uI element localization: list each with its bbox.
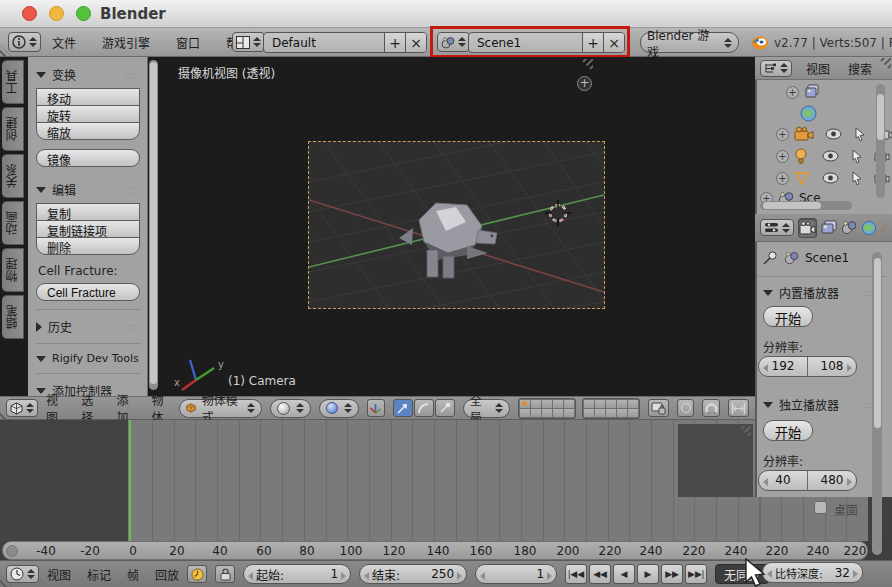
snap-button[interactable]: [702, 399, 720, 417]
corner-resize-grip[interactable]: [580, 59, 593, 72]
render-engine-dropdown[interactable]: Blender 游戏: [640, 32, 739, 53]
desktop-checkbox[interactable]: [814, 501, 827, 514]
tab-scene[interactable]: [841, 218, 857, 238]
scale-manipulator-button[interactable]: [435, 399, 455, 417]
visibility-eye-icon[interactable]: [822, 150, 839, 162]
mirror-button[interactable]: 镜像: [36, 149, 140, 167]
timeline-menu-item[interactable]: 视图: [47, 566, 71, 583]
stepper-arrows-icon[interactable]: [27, 569, 35, 579]
add-scene-button[interactable]: +: [582, 33, 603, 52]
playback-button[interactable]: ▶: [637, 564, 659, 584]
panel-header-embedded-player[interactable]: 内置播放器 ::::: [763, 284, 881, 301]
proportional-edit-button[interactable]: [677, 399, 695, 417]
viewport-shading-dropdown[interactable]: [270, 399, 311, 418]
panel-drag-dots-icon[interactable]: ::::: [125, 185, 141, 195]
outliner-vscrollbar[interactable]: [876, 84, 885, 198]
corner-resize-grip[interactable]: [738, 426, 751, 439]
timeline-menu-item[interactable]: 标记: [87, 566, 111, 583]
properties-vscrollbar[interactable]: [872, 252, 882, 555]
expand-icon[interactable]: +: [776, 128, 789, 141]
panel-drag-dots-icon[interactable]: ::::: [125, 70, 141, 80]
lock-button[interactable]: [215, 565, 235, 583]
screen-layout-field[interactable]: Default + ×: [263, 32, 427, 53]
infobar-menu-item[interactable]: 文件: [52, 34, 76, 51]
manipulator-toggle-button[interactable]: [367, 399, 385, 417]
visibility-eye-icon[interactable]: [825, 128, 842, 140]
outliner-row-mesh[interactable]: +: [776, 168, 890, 188]
pivot-point-dropdown[interactable]: [319, 399, 359, 418]
expand-icon[interactable]: +: [776, 172, 789, 185]
current-frame-line[interactable]: [128, 420, 132, 541]
time-toggle-button[interactable]: [187, 565, 207, 583]
render-clamp-button[interactable]: [728, 399, 749, 417]
playback-button[interactable]: ▶▶: [661, 564, 683, 584]
scene-selector[interactable]: [437, 32, 470, 52]
infobar-menu-item[interactable]: 游戏引擎: [102, 34, 150, 51]
panel-drag-dots-icon[interactable]: ::::: [125, 322, 141, 332]
embedded-res-x[interactable]: 192: [759, 357, 808, 376]
outliner-row-camera[interactable]: +: [776, 124, 892, 144]
panel-header-standalone-player[interactable]: 独立播放器 ::::: [763, 396, 881, 413]
bit-depth-field[interactable]: 比特深度: 32: [762, 562, 863, 583]
editor-type-selector-properties[interactable]: [760, 219, 794, 236]
rotate-manipulator-button[interactable]: [414, 399, 434, 417]
scene-name[interactable]: Scene1: [469, 33, 582, 52]
expand-icon[interactable]: +: [786, 86, 799, 99]
stepper-arrows-icon[interactable]: [780, 63, 788, 73]
delete-layout-button[interactable]: ×: [405, 33, 426, 52]
outliner-row-world[interactable]: [800, 103, 817, 123]
editor-type-selector-3dview[interactable]: [6, 399, 38, 417]
panel-header-transform[interactable]: 变换 ::::: [36, 66, 141, 83]
frame-end-field[interactable]: 结束: 250: [359, 564, 467, 584]
transform-orientation-dropdown[interactable]: 全局: [463, 399, 510, 418]
add-layout-button[interactable]: +: [384, 33, 405, 52]
tool-button[interactable]: 删除: [36, 237, 140, 255]
tool-shelf-tab[interactable]: 动画: [2, 201, 24, 245]
screen-layout-selector[interactable]: [232, 32, 265, 52]
minimize-window-button[interactable]: [49, 6, 64, 21]
lock-to-scene-button[interactable]: [648, 399, 669, 417]
embedded-start-button[interactable]: 开始: [763, 306, 813, 327]
outliner-hscrollbar[interactable]: [760, 201, 852, 210]
screen-layout-name[interactable]: Default: [264, 33, 384, 52]
delete-scene-button[interactable]: ×: [603, 33, 624, 52]
outliner-menu-item[interactable]: 视图: [806, 60, 830, 77]
timeline-ruler[interactable]: -40-200204060801001201401601802002202402…: [2, 541, 868, 560]
tool-button[interactable]: 移动: [36, 88, 140, 106]
embedded-res-y[interactable]: 108: [808, 357, 856, 376]
stepper-arrows-icon[interactable]: [29, 37, 37, 47]
mode-dropdown[interactable]: 物体模式: [179, 399, 262, 418]
tool-button[interactable]: 缩放: [36, 122, 140, 140]
tool-button[interactable]: 复制链接项: [36, 220, 140, 238]
frame-start-field[interactable]: 起始: 1: [243, 564, 351, 584]
selectability-cursor-icon[interactable]: [851, 149, 863, 164]
standalone-start-button[interactable]: 开始: [763, 420, 813, 441]
maximize-window-button[interactable]: [76, 6, 91, 21]
tab-render[interactable]: [798, 218, 817, 238]
pin-icon[interactable]: [762, 250, 778, 266]
tool-button[interactable]: 复制: [36, 203, 140, 221]
playback-button[interactable]: ▶▶|: [685, 564, 707, 584]
panel-header-rigify[interactable]: Rigify Dev Tools: [36, 352, 141, 365]
infobar-menu-item[interactable]: 窗口: [176, 34, 200, 51]
tab-world[interactable]: [861, 218, 877, 238]
stepper-arrows-icon[interactable]: [458, 37, 466, 47]
timeline-menu-item[interactable]: 回放: [155, 566, 179, 583]
cell-fracture-button[interactable]: Cell Fracture: [36, 283, 140, 301]
breadcrumb-scene-name[interactable]: Scene1: [805, 251, 849, 265]
tool-shelf-tab[interactable]: 蜡笔: [2, 295, 24, 339]
playback-button[interactable]: ◀: [613, 564, 635, 584]
layers-widget[interactable]: [518, 398, 640, 419]
scene-field[interactable]: Scene1 + ×: [468, 32, 625, 53]
selectability-cursor-icon[interactable]: [854, 127, 866, 142]
outliner-row-lamp[interactable]: +: [776, 146, 890, 166]
standalone-res-x[interactable]: 40: [759, 471, 808, 490]
tool-shelf-scrollbar[interactable]: [149, 60, 158, 390]
close-window-button[interactable]: [22, 6, 37, 21]
tool-button[interactable]: 旋转: [36, 105, 140, 123]
expand-region-plus-icon[interactable]: +: [577, 76, 592, 91]
current-frame-field[interactable]: 1: [475, 564, 557, 584]
outliner-menu-item[interactable]: 搜索: [848, 60, 872, 77]
tool-shelf-tab[interactable]: 物理: [2, 248, 24, 292]
editor-type-selector-outliner[interactable]: [760, 60, 792, 77]
